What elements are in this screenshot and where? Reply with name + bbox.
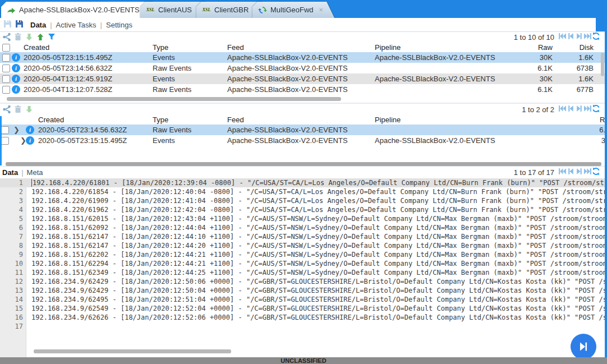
first-page-icon[interactable]	[558, 167, 567, 176]
stream-table-row[interactable]: i2020-05-04T13:12:07.528ZRaw EventsApach…	[0, 84, 607, 95]
column-header-disk[interactable]: Disk	[549, 43, 594, 52]
menu-item-active-tasks[interactable]: Active Tasks	[56, 21, 96, 29]
line-number: 12	[0, 277, 23, 286]
column-header-raw[interactable]: Raw	[569, 115, 607, 125]
delete-icon[interactable]	[13, 33, 22, 42]
column-header-created[interactable]: Created	[24, 43, 49, 52]
log-text-editor[interactable]: 1192.168.4.220/61801 - [18/Jan/2020:12:3…	[0, 178, 607, 357]
cell-type: Raw Events	[153, 84, 191, 95]
previous-page-icon[interactable]	[567, 167, 575, 176]
first-page-icon[interactable]	[558, 104, 567, 113]
process-icon[interactable]	[2, 33, 11, 42]
last-page-icon[interactable]	[583, 104, 592, 113]
expand-chevron-icon[interactable]: ❯	[13, 125, 20, 135]
row-checkbox[interactable]	[1, 126, 9, 134]
log-line[interactable]: 16192.168.234.9/62626 - [18/Jan/2020:12:…	[0, 313, 607, 322]
refresh-icon[interactable]	[592, 167, 600, 176]
column-header-raw[interactable]: Raw	[508, 43, 553, 52]
next-page-icon[interactable]	[575, 167, 583, 176]
log-line[interactable]: 4192.168.4.220/61962 - [18/Jan/2020:12:4…	[0, 205, 607, 214]
line-number: 2	[0, 187, 23, 196]
column-header-pipeline[interactable]: Pipeline	[375, 115, 401, 125]
cell-created: 2020-05-05T23:14:56.632Z	[38, 125, 127, 135]
upload-icon[interactable]	[36, 33, 45, 42]
refresh-icon[interactable]	[592, 104, 600, 113]
close-icon[interactable]: ×	[319, 6, 324, 14]
row-checkbox[interactable]	[2, 64, 10, 72]
forward-arrow-icon	[7, 6, 16, 15]
stream-table-header: Created Type Feed Pipeline Raw Disk	[0, 43, 607, 52]
menu-item-settings[interactable]: Settings	[106, 21, 132, 29]
first-page-icon[interactable]	[558, 32, 567, 40]
info-icon[interactable]: i	[12, 85, 20, 94]
tab-label: MultiGeoFwd	[270, 6, 314, 14]
column-header-type[interactable]: Type	[153, 115, 168, 125]
row-checkbox[interactable]	[2, 75, 10, 83]
log-line[interactable]: 14192.168.234.9/62495 - [18/Jan/2020:12:…	[0, 295, 607, 304]
last-page-icon[interactable]	[583, 167, 592, 176]
log-line[interactable]: 11192.168.8.151/62349 - [18/Jan/2020:12:…	[0, 268, 607, 277]
menu-item-data[interactable]: Data	[30, 21, 46, 29]
tab-apache-sslblackbox[interactable]: Apache-SSLBlackBox-V2.0-EVENTS ×	[1, 2, 160, 18]
next-page-icon[interactable]	[575, 32, 583, 40]
line-number: 14	[0, 295, 23, 304]
log-line[interactable]: 10192.168.8.151/62294 - [18/Jan/2020:12:…	[0, 259, 607, 268]
related-table-row[interactable]: ❯i2020-05-05T23:14:56.632ZRaw EventsApac…	[0, 125, 607, 135]
log-line[interactable]: 9192.168.8.151/62202 - [18/Jan/2020:12:4…	[0, 250, 607, 259]
row-checkbox[interactable]	[2, 54, 10, 62]
info-icon[interactable]: i	[12, 75, 20, 83]
tab-data[interactable]: Data	[2, 168, 18, 177]
column-header-feed[interactable]: Feed	[227, 115, 244, 125]
filter-icon[interactable]	[47, 33, 56, 42]
info-icon[interactable]: i	[12, 53, 20, 62]
tab-meta[interactable]: Meta	[27, 168, 43, 177]
stream-table-row[interactable]: i2020-05-05T23:14:56.632ZRaw EventsApach…	[0, 63, 607, 73]
column-header-feed[interactable]: Feed	[227, 43, 244, 52]
tab-multigeofwd[interactable]: MultiGeoFwd ×	[252, 2, 334, 18]
log-line[interactable]: 17	[0, 322, 607, 331]
log-line[interactable]: 5192.168.8.151/62015 - [18/Jan/2020:12:4…	[0, 214, 607, 223]
column-header-pipeline[interactable]: Pipeline	[375, 43, 401, 52]
related-table-row[interactable]: ❯i2020-05-05T23:15:15.495ZEventsApache-S…	[0, 135, 607, 146]
save-icon[interactable]	[3, 20, 12, 30]
process-icon[interactable]	[2, 105, 11, 114]
row-checkbox[interactable]	[2, 86, 10, 94]
info-icon[interactable]: i	[26, 136, 34, 145]
log-line[interactable]: 8192.168.8.151/62147 - [18/Jan/2020:12:4…	[0, 241, 607, 250]
info-icon[interactable]: i	[12, 64, 20, 72]
previous-page-icon[interactable]	[567, 32, 575, 40]
column-header-type[interactable]: Type	[153, 43, 168, 52]
horizontal-scrollbar[interactable]	[34, 349, 231, 353]
next-page-icon[interactable]	[575, 104, 583, 113]
log-line[interactable]: 6192.168.8.151/62092 - [18/Jan/2020:12:4…	[0, 223, 607, 232]
log-line[interactable]: 1192.168.4.220/61801 - [18/Jan/2020:12:3…	[0, 178, 607, 187]
log-line[interactable]: 2192.168.4.220/61854 - [18/Jan/2020:12:4…	[0, 187, 607, 196]
vertical-scrollbar[interactable]	[601, 53, 604, 76]
tab-bar: Apache-SSLBlackBox-V2.0-EVENTS × XSL Cli…	[0, 0, 607, 18]
log-line[interactable]: 3192.168.4.220/61909 - [18/Jan/2020:12:4…	[0, 196, 607, 205]
stream-list-panel: 1 to 10 of 10 Created Type Feed Pipeline…	[0, 31, 607, 104]
log-line[interactable]: 7192.168.8.151/62147 - [18/Jan/2020:12:4…	[0, 232, 607, 241]
row-checkbox[interactable]	[1, 137, 9, 145]
horizontal-scrollbar[interactable]	[7, 97, 341, 101]
log-line[interactable]: 15192.168.234.9/62549 - [18/Jan/2020:12:…	[0, 304, 607, 313]
refresh-icon[interactable]	[592, 32, 600, 40]
column-header-created[interactable]: Created	[38, 115, 64, 125]
stream-table-row[interactable]: i2020-05-04T13:12:45.919ZEventsApache-SS…	[0, 73, 607, 84]
info-icon[interactable]: i	[26, 126, 34, 134]
delete-icon[interactable]	[13, 105, 22, 114]
horizontal-scrollbar[interactable]	[6, 162, 601, 166]
previous-page-icon[interactable]	[567, 104, 575, 113]
classification-banner: UNCLASSIFIED	[0, 357, 607, 364]
stream-table-row[interactable]: i2020-05-05T23:15:15.495ZEventsApache-SS…	[0, 52, 607, 63]
select-all-checkbox[interactable]	[2, 44, 10, 52]
download-icon[interactable]	[25, 105, 34, 114]
line-text: 192.168.234.9/62495 - [18/Jan/2020:12:51…	[31, 295, 607, 304]
step-forward-button[interactable]	[571, 334, 596, 357]
download-icon[interactable]	[25, 33, 34, 42]
tab-separator: |	[21, 168, 23, 177]
log-line[interactable]: 13192.168.234.9/62429 - [18/Jan/2020:12:…	[0, 286, 607, 295]
log-line[interactable]: 12192.168.234.9/62429 - [18/Jan/2020:12:…	[0, 277, 607, 286]
save-all-icon[interactable]	[15, 20, 24, 30]
last-page-icon[interactable]	[583, 32, 592, 40]
